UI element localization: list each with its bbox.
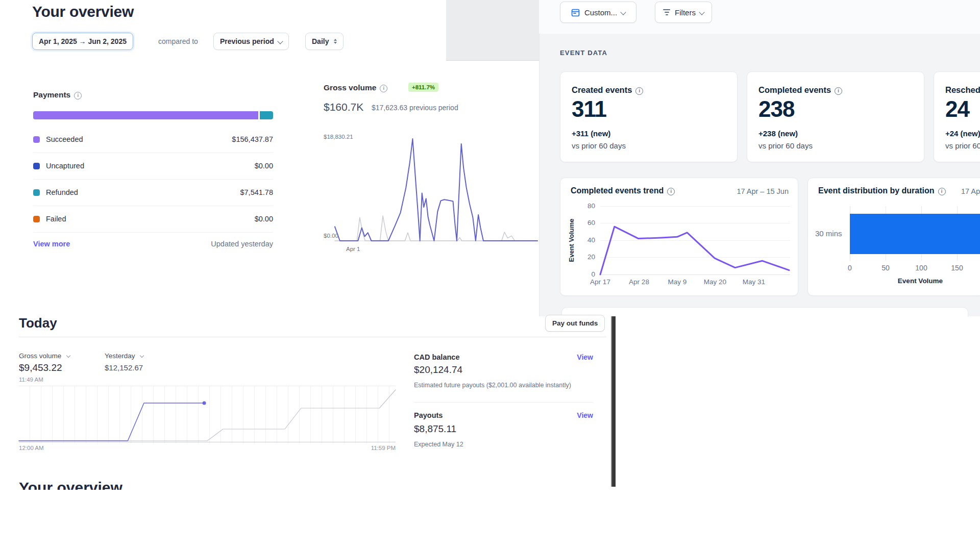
card-created-events: Created events 311 +311 (new) vs prior 6…	[560, 71, 738, 162]
card-caption: vs prior 60 days	[572, 141, 626, 150]
legend-row-uncaptured: Uncaptured $0.00	[33, 153, 273, 179]
divider	[19, 337, 606, 337]
legend-value: $7,541.78	[240, 188, 273, 196]
info-icon[interactable]	[380, 85, 387, 92]
legend-value: $156,437.87	[232, 135, 273, 143]
pay-out-funds-button[interactable]: Pay out funds	[545, 315, 605, 332]
clipped-section-heading: Your overview	[19, 480, 223, 490]
chevron-down-icon	[620, 9, 626, 15]
event-distribution-panel: Event distribution by duration 17 Apr – …	[807, 178, 980, 296]
gross-volume-previous: $17,623.63 previous period	[372, 104, 458, 112]
legend-row-failed: Failed $0.00	[33, 206, 273, 232]
card-title: Created events	[572, 85, 632, 94]
succeeded-swatch	[33, 136, 40, 143]
cad-balance-value: $20,124.74	[414, 364, 462, 375]
info-icon[interactable]	[635, 87, 643, 95]
card-value: 311	[572, 96, 606, 122]
uncaptured-swatch	[33, 163, 40, 169]
today-title: Today	[19, 315, 57, 331]
today-as-of-time: 11:49 AM	[19, 377, 43, 383]
filters-button-label: Filters	[675, 8, 696, 17]
today-chart	[19, 386, 396, 443]
refunded-swatch	[33, 189, 40, 196]
payouts-caption: Expected May 12	[414, 441, 463, 448]
sort-icon	[334, 39, 337, 44]
x-end-label: 11:59 PM	[345, 445, 396, 451]
compare-value: Previous period	[220, 37, 274, 45]
legend-label: Succeeded	[46, 135, 83, 143]
legend-label: Failed	[46, 215, 66, 223]
payouts-value: $8,875.11	[414, 423, 456, 435]
chevron-down-icon	[140, 354, 144, 358]
completed-events-trend-chart	[560, 178, 799, 296]
yesterday-select[interactable]: Yesterday	[105, 351, 143, 360]
chevron-down-icon	[699, 9, 704, 15]
section-label: EVENT DATA	[560, 49, 607, 57]
card-delta: +238 (new)	[758, 129, 798, 138]
bar-category-label: 30 mins	[815, 229, 842, 238]
info-icon[interactable]	[74, 92, 82, 99]
updated-text: Updated yesterday	[33, 240, 273, 248]
card-delta: +24 (new)	[945, 129, 980, 138]
x-first-label: Apr 1	[346, 246, 360, 252]
legend-row-refunded: Refunded $7,541.78	[33, 179, 273, 206]
payments-bar	[33, 111, 273, 119]
legend-label: Uncaptured	[46, 162, 84, 170]
card-rescheduled-events: Rescheduled events 24 +24 (new) vs prior…	[934, 71, 980, 162]
payments-title: Payments	[33, 90, 82, 99]
completed-events-trend-panel: Completed events trend 17 Apr – 15 Jun E…	[560, 178, 798, 296]
filters-button[interactable]: Filters	[655, 2, 712, 23]
chevron-down-icon	[277, 38, 283, 44]
gross-volume-chart	[325, 132, 539, 245]
background-strip	[446, 0, 539, 61]
legend-row-succeeded: Succeeded $156,437.87	[33, 126, 273, 153]
card-value: 24	[945, 96, 969, 122]
x-tick: 150	[947, 264, 967, 272]
date-range-value: Apr 1, 2025 → Jun 2, 2025	[39, 37, 127, 45]
filter-icon	[663, 9, 670, 15]
card-title: Completed events	[758, 85, 831, 94]
info-icon[interactable]	[835, 87, 842, 95]
card-title: Rescheduled events	[945, 85, 980, 94]
x-axis-line	[19, 442, 396, 442]
legend-value: $0.00	[255, 162, 273, 170]
gross-volume-value: $160.7K	[324, 101, 363, 113]
panel-title: Event distribution by duration	[818, 186, 935, 195]
divider	[414, 402, 593, 403]
card-caption: vs prior 60 days	[758, 141, 813, 150]
info-icon[interactable]	[938, 188, 946, 195]
card-completed-events: Completed events 238 +238 (new) vs prior…	[747, 71, 924, 162]
today-gross-volume-value: $9,453.22	[19, 362, 62, 373]
partial-card	[561, 307, 968, 317]
custom-date-button[interactable]: Custom...	[560, 2, 636, 23]
cad-balance-view-link[interactable]: View	[573, 353, 593, 361]
cad-balance-title: CAD balance	[414, 353, 459, 361]
duration-bar	[850, 214, 980, 254]
legend-label: Refunded	[46, 188, 78, 196]
x-tick: 0	[840, 264, 860, 272]
legend-value: $0.00	[255, 215, 273, 223]
gross-volume-title: Gross volume	[324, 83, 387, 92]
compared-to-label: compared to	[158, 37, 198, 45]
card-value: 238	[758, 96, 794, 122]
custom-button-label: Custom...	[584, 8, 617, 17]
growth-badge: +811.7%	[408, 83, 438, 92]
x-start-label: 12:00 AM	[19, 445, 44, 451]
page-title: Your overview	[32, 3, 134, 20]
today-gross-volume-select[interactable]: Gross volume	[19, 351, 70, 360]
compare-select[interactable]: Previous period	[213, 33, 289, 50]
window-edge-bar	[611, 316, 616, 487]
yesterday-value: $12,152.67	[105, 363, 143, 372]
interval-select[interactable]: Daily	[305, 33, 344, 50]
failed-swatch	[33, 216, 40, 222]
panel-date-range: 17 Apr – 15 Jun	[961, 187, 980, 195]
date-range-picker[interactable]: Apr 1, 2025 → Jun 2, 2025	[32, 33, 133, 50]
payments-bar-refunded	[260, 111, 273, 119]
x-tick: 100	[911, 264, 932, 272]
payouts-view-link[interactable]: View	[573, 411, 593, 419]
x-tick: 50	[875, 264, 896, 272]
calendar-icon	[571, 8, 580, 17]
cad-balance-caption: Estimated future payouts ($2,001.00 avai…	[414, 382, 571, 389]
payments-bar-succeeded	[33, 111, 258, 119]
interval-value: Daily	[312, 37, 329, 45]
